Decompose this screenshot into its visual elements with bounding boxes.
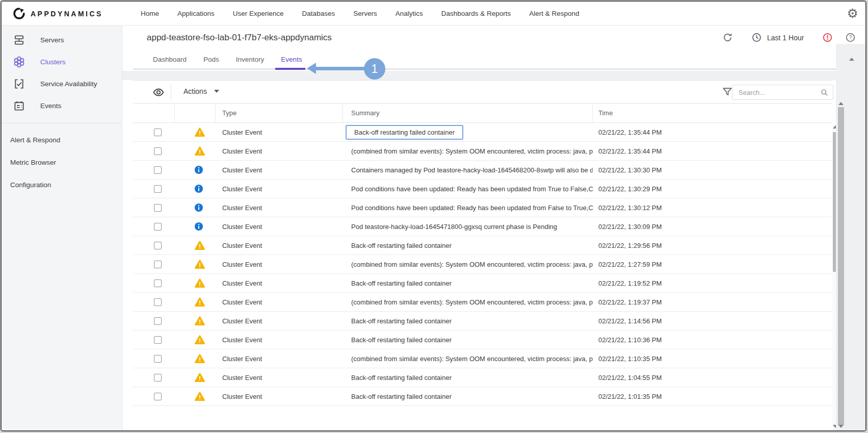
time-cell: 02/21/22, 1:10:36 PM — [598, 336, 662, 344]
nav-user-experience[interactable]: User Experience — [233, 10, 284, 17]
type-cell: Cluster Event — [222, 129, 262, 136]
header-summary-col[interactable]: Summary — [343, 104, 593, 122]
pane-scrollbar — [837, 44, 845, 430]
table-row[interactable]: Cluster Event Pod conditions have been u… — [133, 198, 832, 217]
sidebar-item-service-availability[interactable]: Service Availability — [2, 73, 122, 95]
row-checkbox[interactable] — [154, 223, 162, 231]
scroll-down-icon[interactable] — [838, 425, 844, 428]
row-checkbox[interactable] — [154, 279, 162, 287]
summary-cell[interactable]: (combined from similar events): System O… — [351, 147, 593, 155]
gear-icon[interactable]: ⚙ — [847, 6, 858, 20]
table-row[interactable]: Cluster Event Back-off restarting failed… — [133, 274, 832, 293]
nav-dashboards-reports[interactable]: Dashboards & Reports — [441, 10, 511, 17]
eye-icon[interactable] — [152, 86, 165, 98]
table-row[interactable]: Cluster Event (combined from similar eve… — [133, 255, 832, 274]
table-row[interactable]: Cluster Event (combined from similar eve… — [133, 349, 832, 368]
summary-cell[interactable]: Pod conditions have been updated: Ready … — [351, 204, 593, 212]
summary-cell[interactable]: Back-off restarting failed container — [351, 336, 452, 344]
nav-analytics[interactable]: Analytics — [396, 10, 423, 17]
type-cell: Cluster Event — [222, 166, 262, 174]
sidebar-item-label: Clusters — [40, 58, 66, 66]
active-tab-underline — [275, 68, 305, 70]
search-input[interactable] — [738, 86, 814, 99]
sidebar-item-servers[interactable]: Servers — [2, 29, 122, 51]
table-row[interactable]: Cluster Event Back-off restarting failed… — [133, 368, 832, 387]
summary-cell[interactable]: Pod teastore-hacky-load-1645471800-ggxsq… — [351, 223, 557, 231]
nav-servers[interactable]: Servers — [353, 10, 377, 17]
type-cell: Cluster Event — [222, 223, 262, 231]
row-checkbox[interactable] — [154, 147, 162, 155]
sidebar-item-events[interactable]: Events — [2, 95, 122, 117]
table-row[interactable]: Cluster Event Back-off restarting failed… — [133, 387, 832, 406]
scroll-up-icon[interactable] — [838, 102, 844, 105]
nav-home[interactable]: Home — [141, 10, 159, 17]
pane-scrollbar-thumb[interactable] — [838, 107, 844, 425]
row-checkbox[interactable] — [154, 355, 162, 363]
type-cell: Cluster Event — [222, 242, 262, 249]
actions-dropdown[interactable]: Actions — [183, 87, 219, 95]
type-cell: Cluster Event — [222, 147, 262, 155]
summary-cell[interactable]: Back-off restarting failed container — [351, 317, 452, 325]
summary-cell[interactable]: Back-off restarting failed container — [351, 279, 452, 287]
sidebar-link-alert-respond[interactable]: Alert & Respond — [2, 129, 122, 151]
table-row[interactable]: Cluster Event Containers managed by Pod … — [133, 161, 832, 180]
row-checkbox[interactable] — [154, 166, 162, 174]
time-range-label: Last 1 Hour — [767, 34, 804, 42]
tab-events[interactable]: Events — [281, 56, 302, 63]
row-checkbox[interactable] — [154, 261, 162, 268]
warning-icon — [194, 278, 205, 288]
summary-cell[interactable]: (combined from similar events): System O… — [351, 298, 593, 306]
table-row[interactable]: Cluster Event Back-off restarting failed… — [133, 123, 832, 142]
table-row[interactable]: Cluster Event Back-off restarting failed… — [133, 312, 832, 330]
table-row[interactable]: Cluster Event Back-off restarting failed… — [133, 330, 832, 349]
nav-alert-respond[interactable]: Alert & Respond — [529, 10, 579, 17]
row-checkbox[interactable] — [154, 317, 162, 325]
row-checkbox[interactable] — [154, 204, 162, 212]
summary-cell[interactable]: Pod conditions have been updated: Ready … — [351, 185, 593, 193]
table-row[interactable]: Cluster Event Back-off restarting failed… — [133, 236, 832, 255]
header-type-col[interactable]: Type — [216, 104, 343, 122]
row-checkbox[interactable] — [154, 242, 162, 249]
tab-dashboard[interactable]: Dashboard — [153, 56, 187, 63]
sidebar-link-configuration[interactable]: Configuration — [2, 173, 122, 196]
row-checkbox[interactable] — [154, 393, 162, 400]
summary-cell[interactable]: Back-off restarting failed container — [346, 125, 463, 140]
warning-icon — [194, 391, 205, 401]
tab-pods[interactable]: Pods — [203, 56, 219, 63]
refresh-icon[interactable] — [722, 32, 733, 43]
summary-cell[interactable]: Back-off restarting failed container — [351, 242, 452, 249]
nav-applications[interactable]: Applications — [177, 10, 215, 17]
sidebar-divider — [2, 123, 122, 123]
row-checkbox[interactable] — [154, 185, 162, 193]
summary-cell[interactable]: (combined from similar events): System O… — [351, 355, 593, 363]
alert-status-icon[interactable] — [822, 32, 833, 43]
row-checkbox[interactable] — [154, 298, 162, 306]
table-row[interactable]: Cluster Event (combined from similar eve… — [133, 142, 832, 161]
row-checkbox[interactable] — [154, 374, 162, 381]
row-checkbox[interactable] — [154, 336, 162, 344]
summary-cell[interactable]: Containers managed by Pod teastore-hacky… — [351, 166, 593, 174]
search-box — [732, 85, 833, 100]
nav-databases[interactable]: Databases — [302, 10, 335, 17]
clock-icon — [751, 32, 762, 43]
table-row[interactable]: Cluster Event Pod teastore-hacky-load-16… — [133, 217, 832, 236]
help-icon[interactable]: ? — [845, 32, 856, 43]
search-icon[interactable] — [820, 88, 829, 97]
sidebar-item-clusters[interactable]: Clusters — [2, 51, 122, 73]
top-header: APPDYNAMICS Home Applications User Exper… — [2, 2, 865, 26]
table-row[interactable]: Cluster Event Pod conditions have been u… — [133, 180, 832, 198]
sidebar-link-metric-browser[interactable]: Metric Browser — [2, 151, 122, 173]
type-cell: Cluster Event — [222, 374, 262, 381]
row-checkbox[interactable] — [154, 129, 162, 136]
tab-inventory[interactable]: Inventory — [236, 56, 265, 63]
summary-cell[interactable]: Back-off restarting failed container — [351, 393, 452, 400]
summary-cell[interactable]: Back-off restarting failed container — [351, 374, 452, 381]
table-row[interactable]: Cluster Event (combined from similar eve… — [133, 293, 832, 312]
time-range-selector[interactable]: Last 1 Hour — [751, 32, 804, 43]
page-scroll-up-icon[interactable] — [849, 58, 854, 61]
appdynamics-logo: APPDYNAMICS — [13, 2, 103, 26]
time-cell: 02/21/22, 1:01:35 PM — [598, 393, 662, 400]
header-time-col[interactable]: Time — [593, 104, 832, 122]
filter-icon[interactable] — [722, 86, 733, 97]
summary-cell[interactable]: (combined from similar events): System O… — [351, 261, 593, 268]
